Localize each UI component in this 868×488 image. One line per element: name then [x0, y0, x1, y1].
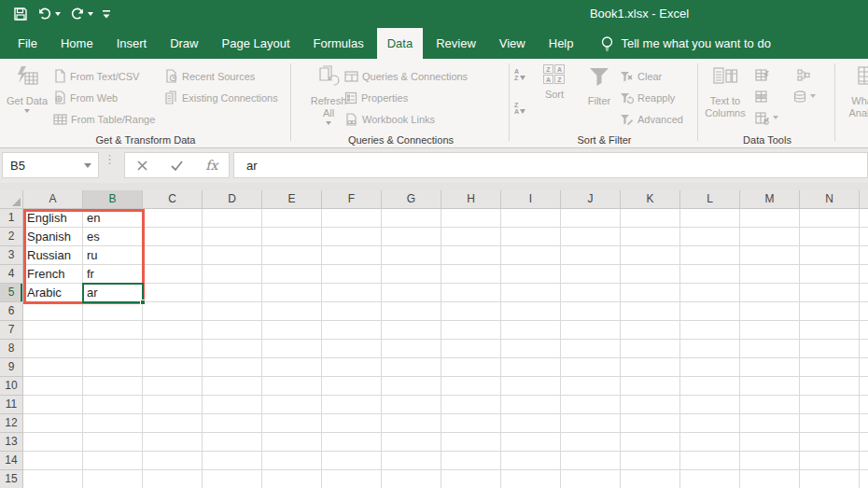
cell-b12[interactable]	[83, 414, 143, 433]
cell-m11[interactable]	[740, 396, 800, 414]
cell-j5[interactable]	[561, 284, 621, 302]
row-header-8[interactable]: 8	[0, 340, 23, 358]
tab-page-layout[interactable]: Page Layout	[212, 28, 301, 59]
cell-k15[interactable]	[621, 470, 680, 488]
cell-n9[interactable]	[800, 358, 860, 377]
cell-n13[interactable]	[800, 433, 860, 452]
row-header-1[interactable]: 1	[0, 209, 23, 228]
tab-home[interactable]: Home	[50, 28, 104, 59]
cell-j1[interactable]	[561, 209, 621, 228]
cell-k14[interactable]	[621, 452, 680, 470]
enter-icon[interactable]	[170, 160, 184, 172]
cell-f2[interactable]	[322, 228, 382, 246]
cell-f8[interactable]	[322, 340, 382, 358]
cell-c9[interactable]	[143, 358, 203, 377]
cell-d7[interactable]	[203, 321, 262, 340]
cell-e1[interactable]	[262, 209, 322, 228]
cell-l4[interactable]	[680, 265, 740, 284]
queries-connections-button[interactable]: Queries & Connections	[344, 66, 468, 86]
reapply-filter-button[interactable]: Reapply	[619, 88, 675, 107]
cell-m5[interactable]	[740, 284, 800, 302]
cell-l8[interactable]	[680, 340, 740, 358]
cell-h15[interactable]	[441, 470, 501, 488]
formula-input[interactable]: ar	[233, 152, 868, 178]
column-header-g[interactable]: G	[382, 190, 441, 209]
cell-a12[interactable]	[23, 414, 83, 433]
cell-k2[interactable]	[621, 228, 680, 246]
cell-m7[interactable]	[740, 321, 800, 340]
customize-qat-button[interactable]	[102, 8, 111, 20]
cell-d14[interactable]	[203, 452, 262, 470]
save-button[interactable]	[13, 7, 28, 21]
cell-b10[interactable]	[83, 377, 143, 396]
cell-j7[interactable]	[561, 321, 621, 340]
get-data-button[interactable]: Get Data	[6, 62, 49, 132]
cell-n15[interactable]	[800, 470, 860, 488]
column-header-c[interactable]: C	[143, 190, 203, 209]
select-all-corner[interactable]	[0, 190, 23, 209]
cell-a6[interactable]	[23, 302, 83, 321]
cell-b5[interactable]: ar	[83, 284, 143, 302]
cell-c14[interactable]	[143, 452, 203, 470]
cell-j3[interactable]	[561, 246, 621, 265]
cell-l12[interactable]	[680, 414, 740, 433]
cell-c1[interactable]	[143, 209, 203, 228]
cell-k9[interactable]	[621, 358, 680, 377]
cell-f13[interactable]	[322, 433, 382, 452]
cell-j9[interactable]	[561, 358, 621, 377]
existing-connections-button[interactable]: Existing Connections	[164, 88, 278, 107]
cell-n1[interactable]	[800, 209, 860, 228]
cell-l3[interactable]	[680, 246, 740, 265]
cell-i7[interactable]	[501, 321, 561, 340]
from-web-button[interactable]: From Web	[53, 88, 118, 107]
cell-n12[interactable]	[800, 414, 860, 433]
consolidate-button[interactable]	[796, 66, 811, 83]
sort-ascending-button[interactable]: AZ	[514, 66, 525, 83]
row-header-15[interactable]: 15	[0, 470, 23, 488]
workbook-links-button[interactable]: Workbook Links	[344, 109, 435, 129]
cell-c10[interactable]	[143, 377, 203, 396]
cell-l1[interactable]	[680, 209, 740, 228]
filter-button[interactable]: Filter	[580, 62, 619, 132]
cell-i3[interactable]	[501, 246, 561, 265]
cell-n6[interactable]	[800, 302, 860, 321]
cell-e10[interactable]	[262, 377, 322, 396]
cell-h8[interactable]	[441, 340, 501, 358]
cell-d15[interactable]	[203, 470, 262, 488]
cell-c6[interactable]	[143, 302, 203, 321]
cell-n5[interactable]	[800, 284, 860, 302]
cell-k8[interactable]	[621, 340, 680, 358]
row-header-4[interactable]: 4	[0, 265, 23, 284]
cell-m13[interactable]	[740, 433, 800, 452]
cell-d6[interactable]	[203, 302, 262, 321]
column-header-k[interactable]: K	[621, 190, 680, 209]
cell-d3[interactable]	[203, 246, 262, 265]
cell-g8[interactable]	[382, 340, 441, 358]
name-box-dropdown-icon[interactable]	[84, 163, 91, 168]
cell-k13[interactable]	[621, 433, 680, 452]
row-header-6[interactable]: 6	[0, 302, 23, 321]
cell-j2[interactable]	[561, 228, 621, 246]
cell-c13[interactable]	[143, 433, 203, 452]
cell-a1[interactable]: English	[23, 209, 83, 228]
cell-m15[interactable]	[740, 470, 800, 488]
cell-a15[interactable]	[23, 470, 83, 488]
cell-h3[interactable]	[441, 246, 501, 265]
cell-e13[interactable]	[262, 433, 322, 452]
cell-a14[interactable]	[23, 452, 83, 470]
manage-data-model-button[interactable]	[792, 88, 816, 105]
cell-e12[interactable]	[262, 414, 322, 433]
cell-g15[interactable]	[382, 470, 441, 488]
cell-l6[interactable]	[680, 302, 740, 321]
cell-l11[interactable]	[680, 396, 740, 414]
cell-c11[interactable]	[143, 396, 203, 414]
tab-file[interactable]: File	[7, 28, 48, 59]
column-header-i[interactable]: I	[501, 190, 561, 209]
cell-l13[interactable]	[680, 433, 740, 452]
cell-h5[interactable]	[441, 284, 501, 302]
cell-j11[interactable]	[561, 396, 621, 414]
cell-n11[interactable]	[800, 396, 860, 414]
cell-g11[interactable]	[382, 396, 441, 414]
advanced-filter-button[interactable]: Advanced	[619, 109, 683, 129]
cell-i15[interactable]	[501, 470, 561, 488]
